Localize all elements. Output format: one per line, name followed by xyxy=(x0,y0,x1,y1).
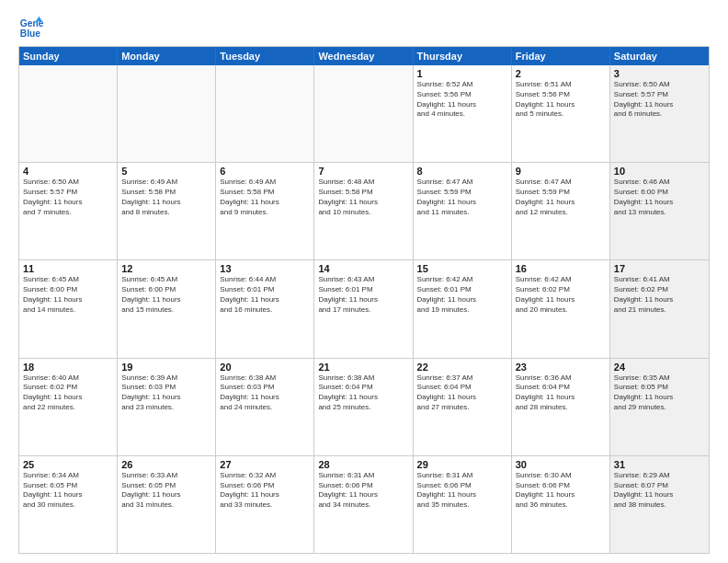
day-info: Sunrise: 6:49 AM Sunset: 5:58 PM Dayligh… xyxy=(220,178,310,217)
day-number: 27 xyxy=(220,459,310,470)
header-day-friday: Friday xyxy=(512,47,610,65)
day-number: 2 xyxy=(516,68,606,79)
day-info: Sunrise: 6:35 AM Sunset: 6:05 PM Dayligh… xyxy=(614,373,705,413)
calendar-row-4: 18Sunrise: 6:40 AM Sunset: 6:02 PM Dayli… xyxy=(19,359,709,456)
calendar-cell: 3Sunrise: 6:50 AM Sunset: 5:57 PM Daylig… xyxy=(610,65,709,162)
header-day-monday: Monday xyxy=(118,47,216,65)
calendar-cell: 27Sunrise: 6:32 AM Sunset: 6:06 PM Dayli… xyxy=(216,456,314,553)
day-info: Sunrise: 6:44 AM Sunset: 6:01 PM Dayligh… xyxy=(220,275,310,315)
logo: General Blue xyxy=(18,15,48,40)
day-number: 7 xyxy=(318,166,408,177)
day-info: Sunrise: 6:36 AM Sunset: 6:04 PM Dayligh… xyxy=(516,373,606,413)
day-number: 3 xyxy=(614,68,705,79)
logo-icon: General Blue xyxy=(18,15,44,40)
day-number: 26 xyxy=(121,459,211,470)
day-number: 15 xyxy=(417,263,507,274)
calendar-cell: 31Sunrise: 6:29 AM Sunset: 6:07 PM Dayli… xyxy=(610,456,709,553)
calendar-body: 1Sunrise: 6:52 AM Sunset: 5:56 PM Daylig… xyxy=(19,65,709,553)
calendar-cell: 28Sunrise: 6:31 AM Sunset: 6:06 PM Dayli… xyxy=(314,456,413,553)
day-info: Sunrise: 6:40 AM Sunset: 6:02 PM Dayligh… xyxy=(23,373,113,413)
day-info: Sunrise: 6:38 AM Sunset: 6:04 PM Dayligh… xyxy=(318,373,408,413)
day-number: 9 xyxy=(516,166,606,177)
day-number: 4 xyxy=(23,166,113,177)
calendar-cell: 26Sunrise: 6:33 AM Sunset: 6:05 PM Dayli… xyxy=(118,456,216,553)
calendar-cell: 23Sunrise: 6:36 AM Sunset: 6:04 PM Dayli… xyxy=(512,359,610,455)
calendar-cell: 8Sunrise: 6:47 AM Sunset: 5:59 PM Daylig… xyxy=(414,163,512,259)
day-number: 31 xyxy=(614,459,705,470)
day-number: 22 xyxy=(417,362,507,373)
calendar-cell: 30Sunrise: 6:30 AM Sunset: 6:06 PM Dayli… xyxy=(512,456,610,553)
calendar-cell: 4Sunrise: 6:50 AM Sunset: 5:57 PM Daylig… xyxy=(19,163,118,259)
calendar-cell: 9Sunrise: 6:47 AM Sunset: 5:59 PM Daylig… xyxy=(512,163,610,259)
day-number: 23 xyxy=(516,362,606,373)
day-info: Sunrise: 6:50 AM Sunset: 5:57 PM Dayligh… xyxy=(614,80,705,120)
calendar-cell: 14Sunrise: 6:43 AM Sunset: 6:01 PM Dayli… xyxy=(314,260,413,357)
day-number: 5 xyxy=(121,166,211,177)
calendar-row-1: 1Sunrise: 6:52 AM Sunset: 5:56 PM Daylig… xyxy=(19,65,709,163)
day-info: Sunrise: 6:47 AM Sunset: 5:59 PM Dayligh… xyxy=(516,178,606,217)
day-number: 19 xyxy=(121,362,211,373)
calendar-cell: 18Sunrise: 6:40 AM Sunset: 6:02 PM Dayli… xyxy=(19,359,118,455)
page: General Blue SundayMondayTuesdayWednesda… xyxy=(0,0,728,563)
day-number: 30 xyxy=(516,459,606,470)
header-day-wednesday: Wednesday xyxy=(314,47,413,65)
day-info: Sunrise: 6:31 AM Sunset: 6:06 PM Dayligh… xyxy=(318,471,408,511)
day-number: 20 xyxy=(220,362,310,373)
calendar-row-5: 25Sunrise: 6:34 AM Sunset: 6:05 PM Dayli… xyxy=(19,456,709,553)
day-info: Sunrise: 6:30 AM Sunset: 6:06 PM Dayligh… xyxy=(516,471,606,511)
calendar-cell: 5Sunrise: 6:49 AM Sunset: 5:58 PM Daylig… xyxy=(118,163,216,259)
day-info: Sunrise: 6:42 AM Sunset: 6:01 PM Dayligh… xyxy=(417,275,507,315)
header: General Blue xyxy=(18,15,710,40)
calendar-cell: 11Sunrise: 6:45 AM Sunset: 6:00 PM Dayli… xyxy=(19,260,118,357)
calendar-cell: 6Sunrise: 6:49 AM Sunset: 5:58 PM Daylig… xyxy=(216,163,314,259)
calendar-cell: 12Sunrise: 6:45 AM Sunset: 6:00 PM Dayli… xyxy=(118,260,216,357)
day-info: Sunrise: 6:45 AM Sunset: 6:00 PM Dayligh… xyxy=(23,275,113,315)
calendar-cell: 25Sunrise: 6:34 AM Sunset: 6:05 PM Dayli… xyxy=(19,456,118,553)
header-day-tuesday: Tuesday xyxy=(216,47,314,65)
calendar: SundayMondayTuesdayWednesdayThursdayFrid… xyxy=(18,46,710,554)
day-number: 16 xyxy=(516,263,606,274)
calendar-cell: 19Sunrise: 6:39 AM Sunset: 6:03 PM Dayli… xyxy=(118,359,216,455)
day-info: Sunrise: 6:50 AM Sunset: 5:57 PM Dayligh… xyxy=(23,178,113,217)
day-number: 12 xyxy=(121,263,211,274)
day-number: 17 xyxy=(614,263,705,274)
calendar-header: SundayMondayTuesdayWednesdayThursdayFrid… xyxy=(19,47,709,65)
day-info: Sunrise: 6:43 AM Sunset: 6:01 PM Dayligh… xyxy=(318,275,408,315)
calendar-cell: 29Sunrise: 6:31 AM Sunset: 6:06 PM Dayli… xyxy=(414,456,512,553)
calendar-cell: 21Sunrise: 6:38 AM Sunset: 6:04 PM Dayli… xyxy=(314,359,413,455)
calendar-row-3: 11Sunrise: 6:45 AM Sunset: 6:00 PM Dayli… xyxy=(19,260,709,358)
calendar-cell xyxy=(216,65,314,162)
day-number: 8 xyxy=(417,166,507,177)
day-number: 25 xyxy=(23,459,113,470)
day-number: 21 xyxy=(318,362,408,373)
day-info: Sunrise: 6:52 AM Sunset: 5:56 PM Dayligh… xyxy=(417,80,507,120)
day-number: 24 xyxy=(614,362,705,373)
calendar-row-2: 4Sunrise: 6:50 AM Sunset: 5:57 PM Daylig… xyxy=(19,163,709,260)
calendar-cell: 20Sunrise: 6:38 AM Sunset: 6:03 PM Dayli… xyxy=(216,359,314,455)
day-number: 13 xyxy=(220,263,310,274)
day-info: Sunrise: 6:29 AM Sunset: 6:07 PM Dayligh… xyxy=(614,471,705,511)
header-day-sunday: Sunday xyxy=(19,47,118,65)
calendar-cell xyxy=(314,65,413,162)
calendar-cell: 2Sunrise: 6:51 AM Sunset: 5:56 PM Daylig… xyxy=(512,65,610,162)
day-info: Sunrise: 6:49 AM Sunset: 5:58 PM Dayligh… xyxy=(121,178,211,217)
day-info: Sunrise: 6:33 AM Sunset: 6:05 PM Dayligh… xyxy=(121,471,211,511)
svg-text:Blue: Blue xyxy=(20,29,41,39)
calendar-cell: 13Sunrise: 6:44 AM Sunset: 6:01 PM Dayli… xyxy=(216,260,314,357)
calendar-cell: 16Sunrise: 6:42 AM Sunset: 6:02 PM Dayli… xyxy=(512,260,610,357)
calendar-cell: 15Sunrise: 6:42 AM Sunset: 6:01 PM Dayli… xyxy=(414,260,512,357)
day-number: 18 xyxy=(23,362,113,373)
calendar-cell: 17Sunrise: 6:41 AM Sunset: 6:02 PM Dayli… xyxy=(610,260,709,357)
calendar-cell: 1Sunrise: 6:52 AM Sunset: 5:56 PM Daylig… xyxy=(414,65,512,162)
header-day-thursday: Thursday xyxy=(414,47,512,65)
calendar-cell xyxy=(19,65,118,162)
calendar-cell: 7Sunrise: 6:48 AM Sunset: 5:58 PM Daylig… xyxy=(314,163,413,259)
day-number: 11 xyxy=(23,263,113,274)
day-info: Sunrise: 6:37 AM Sunset: 6:04 PM Dayligh… xyxy=(417,373,507,413)
calendar-cell: 24Sunrise: 6:35 AM Sunset: 6:05 PM Dayli… xyxy=(610,359,709,455)
day-info: Sunrise: 6:48 AM Sunset: 5:58 PM Dayligh… xyxy=(318,178,408,217)
day-info: Sunrise: 6:51 AM Sunset: 5:56 PM Dayligh… xyxy=(516,80,606,120)
day-info: Sunrise: 6:41 AM Sunset: 6:02 PM Dayligh… xyxy=(614,275,705,315)
day-number: 28 xyxy=(318,459,408,470)
day-number: 14 xyxy=(318,263,408,274)
